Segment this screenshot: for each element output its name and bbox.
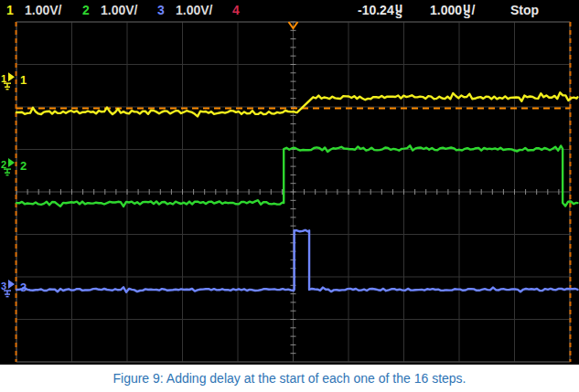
channel-1-scale[interactable]: 1.00V/ bbox=[25, 3, 61, 17]
delay-value: -10.24 bbox=[358, 3, 394, 17]
svg-text:1: 1 bbox=[1, 73, 6, 84]
svg-text:3: 3 bbox=[1, 281, 6, 291]
delay-readout[interactable]: -10.24us bbox=[358, 3, 403, 17]
channel-3-button[interactable]: 3 bbox=[157, 3, 165, 17]
svg-text:2: 2 bbox=[1, 159, 6, 170]
svg-text:3: 3 bbox=[20, 281, 27, 294]
microseconds-unit: us bbox=[463, 5, 471, 17]
channel-2-scale[interactable]: 1.00V/ bbox=[101, 3, 137, 17]
figure-container: 1 1.00V/ 2 1.00V/ 3 1.00V/ 4 -10.24us 1.… bbox=[0, 0, 579, 392]
timebase-slash: / bbox=[472, 3, 476, 17]
microseconds-unit: us bbox=[395, 5, 403, 17]
channel-1-button[interactable]: 1 bbox=[6, 3, 14, 17]
channel-2-button[interactable]: 2 bbox=[82, 3, 90, 17]
channel-4-button[interactable]: 4 bbox=[232, 3, 240, 17]
oscilloscope-screen: 1 1.00V/ 2 1.00V/ 3 1.00V/ 4 -10.24us 1.… bbox=[0, 0, 579, 365]
svg-text:1: 1 bbox=[20, 73, 27, 87]
waveform-display: 112233 bbox=[0, 0, 579, 365]
scope-status-bar: 1 1.00V/ 2 1.00V/ 3 1.00V/ 4 -10.24us 1.… bbox=[0, 0, 579, 22]
figure-caption: Figure 9: Adding delay at the start of e… bbox=[0, 365, 579, 392]
run-stop-status[interactable]: Stop bbox=[510, 3, 539, 17]
svg-text:2: 2 bbox=[20, 159, 27, 173]
timebase-value: 1.000 bbox=[430, 3, 462, 17]
channel-3-scale[interactable]: 1.00V/ bbox=[176, 3, 212, 17]
timebase-readout[interactable]: 1.000us/ bbox=[430, 3, 476, 17]
